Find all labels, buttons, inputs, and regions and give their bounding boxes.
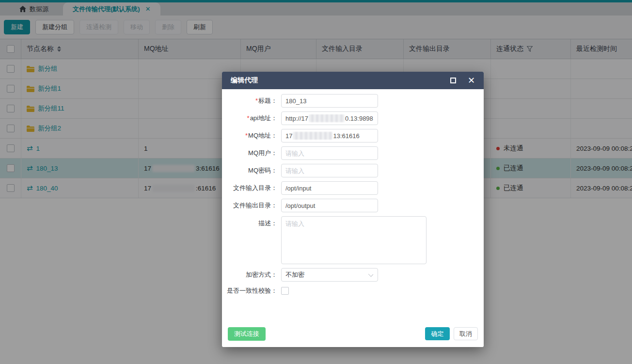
file-output-dir-label: 文件输出目录： <box>222 201 277 210</box>
file-output-dir-field[interactable] <box>281 199 378 212</box>
dialog-footer: 测试连接 确定 取消 <box>222 324 484 347</box>
cancel-button[interactable]: 取消 <box>454 327 478 340</box>
encryption-select[interactable]: 不加密 <box>281 268 378 282</box>
dialog-body: *标题： *api地址： http://170.13:9898 *MQ地址： 1… <box>222 89 484 295</box>
description-label: 描述： <box>222 216 277 228</box>
mq-user-label: MQ用户： <box>222 149 277 158</box>
consistency-check-label: 是否一致性校验： <box>222 286 277 295</box>
title-field[interactable] <box>281 94 378 108</box>
mq-address-field[interactable]: 1713:61616 <box>281 129 378 142</box>
consistency-check-checkbox[interactable] <box>281 287 289 295</box>
mq-address-label: *MQ地址： <box>222 131 277 140</box>
confirm-button[interactable]: 确定 <box>425 327 450 340</box>
mq-user-field[interactable] <box>281 146 378 160</box>
edit-agent-dialog: 编辑代理 ✕ *标题： *api地址： http://170.13:9898 *… <box>222 72 484 347</box>
dialog-header: 编辑代理 ✕ <box>222 72 484 89</box>
chevron-down-icon <box>368 272 373 277</box>
maximize-icon[interactable] <box>450 78 456 83</box>
file-input-dir-label: 文件输入目录： <box>222 184 277 192</box>
screen: 数据源 文件传输代理(默认系统) ✕ 新建 新建分组 连通检测 移动 删除 刷新… <box>0 0 632 364</box>
file-input-dir-field[interactable] <box>281 181 378 195</box>
description-field[interactable] <box>281 216 427 264</box>
mq-password-field[interactable] <box>281 164 378 177</box>
dialog-title: 编辑代理 <box>231 76 450 85</box>
redaction-pixelated <box>309 114 345 122</box>
test-connection-button[interactable]: 测试连接 <box>228 327 266 341</box>
redaction-pixelated <box>293 132 332 140</box>
dialog-close-icon[interactable]: ✕ <box>468 76 475 85</box>
api-address-label: *api地址： <box>222 114 277 123</box>
encryption-label: 加密方式： <box>222 270 277 279</box>
mq-password-label: MQ密码： <box>222 166 277 175</box>
title-label: *标题： <box>222 96 277 105</box>
api-address-field[interactable]: http://170.13:9898 <box>281 111 378 125</box>
